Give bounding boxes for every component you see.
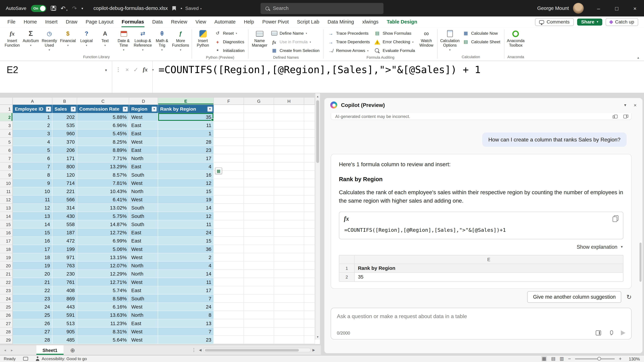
row-header-24[interactable]: 24 bbox=[0, 295, 13, 303]
maximize-button[interactable]: □ bbox=[608, 0, 626, 16]
cell-B3[interactable]: 535 bbox=[52, 121, 77, 130]
name-box-chevron-icon[interactable]: ▾ bbox=[105, 68, 107, 72]
tab-script-lab[interactable]: Script Lab bbox=[293, 16, 323, 27]
cell-H3[interactable] bbox=[274, 121, 304, 130]
cell-B25[interactable]: 443 bbox=[52, 303, 77, 311]
undo-icon[interactable]: ↶▾ bbox=[61, 5, 68, 11]
cell-A7[interactable]: 6 bbox=[13, 154, 52, 163]
column-header-C[interactable]: C bbox=[77, 98, 129, 105]
document-title[interactable]: copilot-debug-formulas-demo.xlsx bbox=[94, 5, 168, 11]
cell-C10[interactable]: 7.81% bbox=[77, 179, 129, 187]
row-header-28[interactable]: 28 bbox=[0, 328, 13, 336]
filter-button-region[interactable]: ▼ bbox=[152, 106, 157, 112]
insert-function-icon[interactable]: fx bbox=[143, 66, 148, 73]
cell-C9[interactable]: 8.57% bbox=[77, 171, 129, 179]
cell-A2[interactable]: 1 bbox=[13, 113, 52, 121]
cell-F7[interactable] bbox=[214, 154, 244, 163]
tab-automate[interactable]: Automate bbox=[210, 16, 240, 27]
cell-D21[interactable]: North bbox=[129, 270, 158, 278]
cell-A23[interactable]: 22 bbox=[13, 286, 52, 295]
cell-D5[interactable]: West bbox=[129, 138, 158, 146]
accessibility-status[interactable]: Accessibility: Good to go bbox=[32, 357, 90, 361]
ribbon-button-insert-function[interactable]: fxInsertFunction bbox=[3, 28, 22, 48]
cell-D25[interactable]: West bbox=[129, 303, 158, 311]
cell-F24[interactable] bbox=[214, 295, 244, 303]
cell-F14[interactable] bbox=[214, 212, 244, 220]
cell-D11[interactable]: North bbox=[129, 187, 158, 196]
next-sheet-icon[interactable]: ▸ bbox=[11, 348, 13, 352]
cell-x25[interactable] bbox=[304, 303, 315, 311]
cell-G6[interactable] bbox=[244, 146, 274, 154]
cell-x9[interactable] bbox=[304, 171, 315, 179]
cell-F4[interactable] bbox=[214, 130, 244, 138]
cell-A11[interactable]: 10 bbox=[13, 187, 52, 196]
cell-B8[interactable]: 800 bbox=[52, 163, 77, 171]
cell-x11[interactable] bbox=[304, 187, 315, 196]
cell-B4[interactable]: 960 bbox=[52, 130, 77, 138]
scroll-left-icon[interactable]: ◀ bbox=[199, 348, 202, 352]
cell-E27[interactable]: 13 bbox=[158, 319, 214, 328]
cell-B10[interactable]: 714 bbox=[52, 179, 77, 187]
ribbon-button-error-checking[interactable]: Error Checking▾ bbox=[372, 37, 417, 46]
cell-D23[interactable]: East bbox=[129, 286, 158, 295]
cell-C7[interactable]: 7.71% bbox=[77, 154, 129, 163]
cell-A8[interactable]: 7 bbox=[13, 163, 52, 171]
table-header-employee-id[interactable]: Employee ID▼ bbox=[13, 105, 52, 113]
cell-B5[interactable]: 370 bbox=[52, 138, 77, 146]
cell-H22[interactable] bbox=[274, 278, 304, 286]
cell-H23[interactable] bbox=[274, 286, 304, 295]
cell-x27[interactable] bbox=[304, 319, 315, 328]
cell-G4[interactable] bbox=[244, 130, 274, 138]
cell-E9[interactable]: 16 bbox=[158, 171, 214, 179]
cell-x29[interactable] bbox=[304, 336, 315, 344]
cell-B15[interactable]: 558 bbox=[52, 220, 77, 228]
cell-E4[interactable]: 1 bbox=[158, 130, 214, 138]
microphone-icon[interactable] bbox=[609, 331, 613, 336]
cell-C2[interactable]: 5.88% bbox=[77, 113, 129, 121]
cell-x6[interactable] bbox=[304, 146, 315, 154]
table-header-commission-rate[interactable]: Commission Rate▼ bbox=[77, 105, 129, 113]
cell-A12[interactable]: 11 bbox=[13, 196, 52, 204]
cell-B26[interactable]: 591 bbox=[52, 311, 77, 319]
cell-B17[interactable]: 472 bbox=[52, 237, 77, 245]
cell-B16[interactable]: 187 bbox=[52, 229, 77, 237]
cell-x17[interactable] bbox=[304, 237, 315, 245]
enter-icon[interactable]: ✓ bbox=[134, 66, 138, 73]
zoom-slider[interactable] bbox=[575, 358, 615, 359]
formula-input[interactable]: =COUNTIFS([Region],[@Region],[Sales],">"… bbox=[153, 61, 644, 93]
cell-C13[interactable]: 13.02% bbox=[77, 204, 129, 212]
cell-C18[interactable]: 5.06% bbox=[77, 245, 129, 253]
ribbon-button-trace-precedents[interactable]: →Trace Precedents bbox=[325, 29, 372, 37]
cell-D12[interactable]: West bbox=[129, 196, 158, 204]
cell-E3[interactable]: 11 bbox=[158, 121, 214, 130]
cancel-icon[interactable]: × bbox=[126, 66, 129, 73]
sensitivity-label-icon[interactable] bbox=[172, 6, 176, 10]
show-explanation-toggle[interactable]: Show explanation▼ bbox=[339, 244, 623, 250]
tab-xlwings[interactable]: xlwings bbox=[358, 16, 382, 27]
cell-F21[interactable] bbox=[214, 270, 244, 278]
cell-A3[interactable]: 2 bbox=[13, 121, 52, 130]
cell-D17[interactable]: East bbox=[129, 237, 158, 245]
cell-G8[interactable] bbox=[244, 163, 274, 171]
tab-file[interactable]: File bbox=[3, 16, 20, 27]
cell-x13[interactable] bbox=[304, 204, 315, 212]
cell-F26[interactable] bbox=[214, 311, 244, 319]
autosave-toggle[interactable]: On bbox=[31, 5, 46, 12]
cell-A13[interactable]: 12 bbox=[13, 204, 52, 212]
cell-E19[interactable]: 2 bbox=[158, 253, 214, 261]
cell-F27[interactable] bbox=[214, 319, 244, 328]
share-button[interactable]: Share▾ bbox=[577, 18, 602, 25]
ribbon-button-anaconda-toolbox[interactable]: AnacondaToolbox bbox=[506, 28, 526, 48]
cell-G12[interactable] bbox=[244, 196, 274, 204]
cell-A27[interactable]: 26 bbox=[13, 319, 52, 328]
row-header-19[interactable]: 19 bbox=[0, 253, 13, 261]
cell-F18[interactable] bbox=[214, 245, 244, 253]
cell-x5[interactable] bbox=[304, 138, 315, 146]
cell-E15[interactable]: 11 bbox=[158, 220, 214, 228]
cell-B24[interactable]: 869 bbox=[52, 295, 77, 303]
normal-view-icon[interactable]: ▦ bbox=[541, 356, 547, 361]
tab-page-layout[interactable]: Page Layout bbox=[82, 16, 118, 27]
ribbon-button-create-from-selection[interactable]: ▦Create from Selection bbox=[269, 46, 322, 55]
cell-x12[interactable] bbox=[304, 196, 315, 204]
cell-E10[interactable]: 12 bbox=[158, 179, 214, 187]
